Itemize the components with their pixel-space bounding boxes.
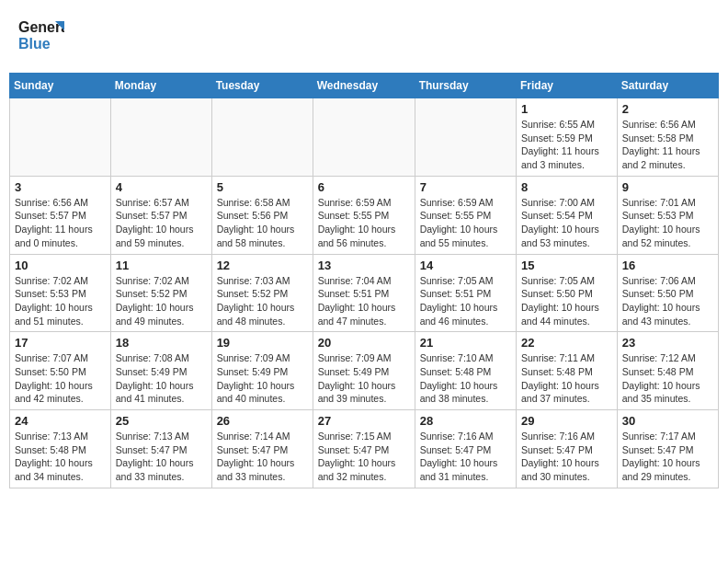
day-info: Sunrise: 7:14 AM Sunset: 5:47 PM Dayligh… [217, 430, 308, 484]
day-info: Sunrise: 6:58 AM Sunset: 5:56 PM Dayligh… [217, 196, 308, 250]
weekday-monday: Monday [110, 74, 211, 98]
day-number: 2 [622, 102, 713, 116]
day-number: 18 [116, 336, 207, 350]
week-row-2: 10Sunrise: 7:02 AM Sunset: 5:53 PM Dayli… [10, 254, 719, 332]
day-number: 12 [217, 259, 308, 272]
day-number: 3 [15, 180, 106, 194]
day-info: Sunrise: 7:09 AM Sunset: 5:49 PM Dayligh… [318, 351, 410, 406]
day-number: 23 [622, 336, 713, 350]
weekday-saturday: Saturday [617, 74, 718, 98]
day-number: 27 [318, 414, 410, 428]
weekday-friday: Friday [517, 74, 618, 98]
page-header: General Blue [9, 9, 719, 63]
day-info: Sunrise: 7:05 AM Sunset: 5:51 PM Dayligh… [420, 274, 511, 328]
day-number: 24 [15, 414, 106, 428]
weekday-header-row: SundayMondayTuesdayWednesdayThursdayFrid… [10, 74, 719, 98]
day-info: Sunrise: 7:07 AM Sunset: 5:50 PM Dayligh… [15, 351, 106, 406]
day-info: Sunrise: 7:09 AM Sunset: 5:49 PM Dayligh… [217, 351, 308, 406]
calendar-cell [313, 98, 415, 177]
calendar-cell: 11Sunrise: 7:02 AM Sunset: 5:52 PM Dayli… [110, 254, 211, 332]
calendar-cell: 12Sunrise: 7:03 AM Sunset: 5:52 PM Dayli… [211, 254, 313, 332]
calendar-cell: 13Sunrise: 7:04 AM Sunset: 5:51 PM Dayli… [313, 254, 415, 332]
day-number: 16 [622, 259, 713, 272]
day-number: 11 [116, 259, 207, 272]
day-info: Sunrise: 7:03 AM Sunset: 5:52 PM Dayligh… [217, 274, 308, 328]
calendar-cell: 30Sunrise: 7:17 AM Sunset: 5:47 PM Dayli… [617, 410, 718, 488]
calendar-cell: 26Sunrise: 7:14 AM Sunset: 5:47 PM Dayli… [211, 410, 313, 488]
day-number: 25 [116, 414, 207, 428]
calendar-cell: 14Sunrise: 7:05 AM Sunset: 5:51 PM Dayli… [415, 254, 516, 332]
day-info: Sunrise: 6:59 AM Sunset: 5:55 PM Dayligh… [420, 196, 511, 250]
week-row-3: 17Sunrise: 7:07 AM Sunset: 5:50 PM Dayli… [10, 332, 719, 410]
day-info: Sunrise: 7:04 AM Sunset: 5:51 PM Dayligh… [318, 274, 410, 328]
day-number: 14 [420, 259, 511, 272]
day-info: Sunrise: 7:15 AM Sunset: 5:47 PM Dayligh… [318, 430, 410, 484]
weekday-wednesday: Wednesday [313, 74, 415, 98]
calendar-cell [110, 98, 211, 177]
calendar-cell: 4Sunrise: 6:57 AM Sunset: 5:57 PM Daylig… [110, 176, 211, 254]
calendar-cell: 6Sunrise: 6:59 AM Sunset: 5:55 PM Daylig… [313, 176, 415, 254]
calendar-cell [10, 98, 111, 177]
calendar-cell: 7Sunrise: 6:59 AM Sunset: 5:55 PM Daylig… [415, 176, 516, 254]
week-row-1: 3Sunrise: 6:56 AM Sunset: 5:57 PM Daylig… [10, 176, 719, 254]
day-number: 30 [622, 414, 713, 428]
day-info: Sunrise: 7:13 AM Sunset: 5:48 PM Dayligh… [15, 430, 106, 484]
day-info: Sunrise: 7:02 AM Sunset: 5:53 PM Dayligh… [15, 274, 106, 328]
day-info: Sunrise: 6:55 AM Sunset: 5:59 PM Dayligh… [521, 118, 612, 172]
day-info: Sunrise: 7:10 AM Sunset: 5:48 PM Dayligh… [420, 351, 511, 406]
calendar-cell: 9Sunrise: 7:01 AM Sunset: 5:53 PM Daylig… [617, 176, 718, 254]
calendar-table: SundayMondayTuesdayWednesdayThursdayFrid… [9, 73, 719, 488]
calendar-cell: 27Sunrise: 7:15 AM Sunset: 5:47 PM Dayli… [313, 410, 415, 488]
calendar-cell: 22Sunrise: 7:11 AM Sunset: 5:48 PM Dayli… [517, 332, 618, 410]
calendar-cell: 18Sunrise: 7:08 AM Sunset: 5:49 PM Dayli… [110, 332, 211, 410]
day-number: 28 [420, 414, 511, 428]
day-number: 26 [217, 414, 308, 428]
day-info: Sunrise: 7:16 AM Sunset: 5:47 PM Dayligh… [420, 430, 511, 484]
calendar-cell: 10Sunrise: 7:02 AM Sunset: 5:53 PM Dayli… [10, 254, 111, 332]
day-number: 13 [318, 259, 410, 272]
day-number: 4 [116, 180, 207, 194]
calendar-cell: 15Sunrise: 7:05 AM Sunset: 5:50 PM Dayli… [517, 254, 618, 332]
calendar-cell: 29Sunrise: 7:16 AM Sunset: 5:47 PM Dayli… [517, 410, 618, 488]
day-info: Sunrise: 7:01 AM Sunset: 5:53 PM Dayligh… [622, 196, 713, 250]
day-number: 8 [521, 180, 612, 194]
calendar-cell: 20Sunrise: 7:09 AM Sunset: 5:49 PM Dayli… [313, 332, 415, 410]
day-number: 9 [622, 180, 713, 194]
day-info: Sunrise: 7:06 AM Sunset: 5:50 PM Dayligh… [622, 274, 713, 328]
weekday-tuesday: Tuesday [211, 74, 313, 98]
day-number: 1 [521, 102, 612, 116]
calendar-cell [415, 98, 516, 177]
day-info: Sunrise: 7:02 AM Sunset: 5:52 PM Dayligh… [116, 274, 207, 328]
calendar-cell: 21Sunrise: 7:10 AM Sunset: 5:48 PM Dayli… [415, 332, 516, 410]
day-info: Sunrise: 6:57 AM Sunset: 5:57 PM Dayligh… [116, 196, 207, 250]
day-info: Sunrise: 7:08 AM Sunset: 5:49 PM Dayligh… [116, 351, 207, 406]
week-row-4: 24Sunrise: 7:13 AM Sunset: 5:48 PM Dayli… [10, 410, 719, 488]
calendar-cell [211, 98, 313, 177]
calendar-cell: 19Sunrise: 7:09 AM Sunset: 5:49 PM Dayli… [211, 332, 313, 410]
calendar-cell: 8Sunrise: 7:00 AM Sunset: 5:54 PM Daylig… [517, 176, 618, 254]
calendar-cell: 24Sunrise: 7:13 AM Sunset: 5:48 PM Dayli… [10, 410, 111, 488]
day-info: Sunrise: 7:16 AM Sunset: 5:47 PM Dayligh… [521, 430, 612, 484]
day-number: 20 [318, 336, 410, 350]
day-info: Sunrise: 7:17 AM Sunset: 5:47 PM Dayligh… [622, 430, 713, 484]
day-number: 29 [521, 414, 612, 428]
day-number: 6 [318, 180, 410, 194]
calendar-body: 1Sunrise: 6:55 AM Sunset: 5:59 PM Daylig… [10, 98, 719, 488]
calendar-cell: 3Sunrise: 6:56 AM Sunset: 5:57 PM Daylig… [10, 176, 111, 254]
calendar-cell: 1Sunrise: 6:55 AM Sunset: 5:59 PM Daylig… [517, 98, 618, 177]
day-number: 10 [15, 259, 106, 272]
day-number: 7 [420, 180, 511, 194]
day-number: 22 [521, 336, 612, 350]
weekday-sunday: Sunday [10, 74, 111, 98]
day-info: Sunrise: 7:12 AM Sunset: 5:48 PM Dayligh… [622, 351, 713, 406]
calendar-cell: 17Sunrise: 7:07 AM Sunset: 5:50 PM Dayli… [10, 332, 111, 410]
svg-text:Blue: Blue [18, 36, 51, 52]
calendar-cell: 25Sunrise: 7:13 AM Sunset: 5:47 PM Dayli… [110, 410, 211, 488]
calendar-cell: 2Sunrise: 6:56 AM Sunset: 5:58 PM Daylig… [617, 98, 718, 177]
week-row-0: 1Sunrise: 6:55 AM Sunset: 5:59 PM Daylig… [10, 98, 719, 177]
day-number: 15 [521, 259, 612, 272]
calendar-cell: 28Sunrise: 7:16 AM Sunset: 5:47 PM Dayli… [415, 410, 516, 488]
calendar-cell: 16Sunrise: 7:06 AM Sunset: 5:50 PM Dayli… [617, 254, 718, 332]
day-number: 19 [217, 336, 308, 350]
day-info: Sunrise: 7:00 AM Sunset: 5:54 PM Dayligh… [521, 196, 612, 250]
